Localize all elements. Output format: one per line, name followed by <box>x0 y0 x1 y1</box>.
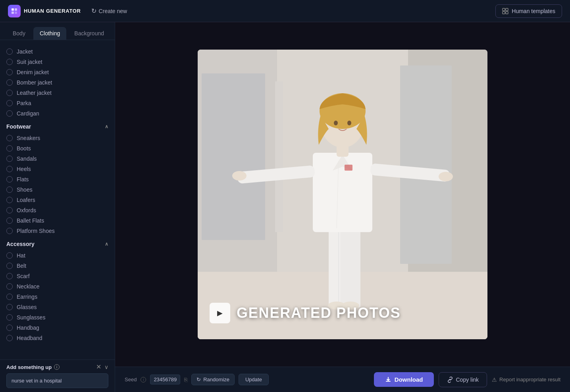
sidebar-tabs: Body Clothing Background <box>0 22 115 40</box>
download-label: Download <box>395 376 423 383</box>
item-label: Sneakers <box>17 135 40 141</box>
list-item[interactable]: Sunglasses <box>0 312 115 323</box>
radio-circle <box>6 335 13 341</box>
seed-info-icon[interactable]: i <box>141 377 146 382</box>
item-label: Headband <box>17 335 42 341</box>
add-bar-title: Add something up i <box>6 364 60 370</box>
generated-photos-text: GENERATED PHOTOS <box>237 305 401 321</box>
item-label: Denim jacket <box>17 69 49 75</box>
download-icon <box>385 377 391 383</box>
seed-copy-icon[interactable]: ⎘ <box>184 377 187 383</box>
item-label: Boots <box>17 145 31 152</box>
footwear-items: Sneakers Boots Sandals Heels Flats <box>0 133 115 236</box>
update-button[interactable]: Update <box>239 374 269 385</box>
human-templates-label: Human templates <box>512 8 555 14</box>
radio-circle <box>6 79 13 86</box>
radio-circle <box>6 252 13 259</box>
list-item[interactable]: Jacket <box>0 46 115 57</box>
list-item[interactable]: Hat <box>0 250 115 261</box>
list-item[interactable]: Necklace <box>0 281 115 292</box>
chevron-up-icon[interactable]: ∧ <box>105 124 108 129</box>
list-item[interactable]: Glasses <box>0 302 115 312</box>
list-item[interactable]: Flats <box>0 174 115 184</box>
list-item[interactable]: Suit jacket <box>0 57 115 67</box>
list-item[interactable]: Sandals <box>0 154 115 164</box>
svg-rect-5 <box>506 8 508 11</box>
list-item[interactable]: Scarf <box>0 271 115 281</box>
radio-circle <box>6 273 13 279</box>
add-bar-title-text: Add something up <box>6 364 52 370</box>
tab-background[interactable]: Background <box>68 27 110 40</box>
randomize-button[interactable]: ↻ Randomize <box>191 374 235 385</box>
seed-area: Seed i 23456789 ⎘ ↻ Randomize Update <box>125 374 269 385</box>
list-item[interactable]: Shoes <box>0 184 115 195</box>
list-item[interactable]: Bomber jacket <box>0 77 115 88</box>
sidebar: Body Clothing Background Jacket Suit jac… <box>0 22 115 392</box>
item-label: Suit jacket <box>17 59 42 65</box>
logo-icon <box>8 5 21 17</box>
list-item[interactable]: Oxfords <box>0 205 115 215</box>
item-label: Loafers <box>17 197 35 203</box>
radio-circle <box>6 186 13 193</box>
chevron-up-icon-accessory[interactable]: ∧ <box>105 241 108 247</box>
item-label: Scarf <box>17 273 30 279</box>
item-label: Sunglasses <box>17 314 45 321</box>
download-button[interactable]: Download <box>374 372 434 387</box>
info-icon[interactable]: i <box>54 364 60 370</box>
svg-rect-18 <box>341 228 360 307</box>
generated-image: ▶ GENERATED PHOTOS <box>198 50 487 339</box>
svg-rect-0 <box>12 8 14 11</box>
report-button[interactable]: ⚠ Report inappropriate result <box>492 377 560 383</box>
add-bar-input[interactable] <box>6 373 108 388</box>
expand-button[interactable]: ∨ <box>104 364 108 370</box>
person-illustration <box>198 50 487 339</box>
image-container: ▶ GENERATED PHOTOS <box>115 22 570 367</box>
list-item[interactable]: Denim jacket <box>0 67 115 77</box>
radio-circle <box>6 314 13 321</box>
warning-icon: ⚠ <box>492 377 497 383</box>
list-item[interactable]: Sneakers <box>0 133 115 143</box>
radio-circle <box>6 325 13 331</box>
radio-circle <box>6 156 13 162</box>
list-item[interactable]: Boots <box>0 143 115 154</box>
item-label: Flats <box>17 176 29 183</box>
list-item[interactable]: Belt <box>0 261 115 271</box>
list-item[interactable]: Parka <box>0 98 115 108</box>
refresh-icon: ↻ <box>91 7 96 15</box>
item-label: Shoes <box>17 186 33 193</box>
list-item[interactable]: Cardigan <box>0 108 115 119</box>
create-new-button[interactable]: ↻ Create new <box>87 5 131 17</box>
item-label: Ballet Flats <box>17 217 44 224</box>
list-item[interactable]: Platform Shoes <box>0 226 115 236</box>
copy-link-button[interactable]: Copy link <box>439 372 487 387</box>
tab-body[interactable]: Body <box>6 27 32 40</box>
list-item[interactable]: Headband <box>0 333 115 343</box>
list-item[interactable]: Handbag <box>0 323 115 333</box>
footwear-section-header: Footwear ∧ <box>0 119 115 133</box>
randomize-label: Randomize <box>203 377 229 382</box>
tab-clothing[interactable]: Clothing <box>33 27 66 40</box>
list-item[interactable]: Loafers <box>0 195 115 205</box>
radio-circle <box>6 283 13 290</box>
item-label: Necklace <box>17 283 40 290</box>
list-item[interactable]: Ballet Flats <box>0 215 115 226</box>
play-button[interactable]: ▶ <box>210 303 230 323</box>
svg-rect-34 <box>345 165 352 171</box>
svg-rect-6 <box>503 12 505 14</box>
add-bar: Add something up i ✕ ∨ <box>0 359 115 392</box>
svg-point-32 <box>347 121 351 125</box>
radio-circle <box>6 135 13 141</box>
list-item[interactable]: Earrings <box>0 292 115 302</box>
item-label: Leather jacket <box>17 90 52 96</box>
radio-circle <box>6 100 13 106</box>
update-label: Update <box>245 377 262 382</box>
list-item[interactable]: Heels <box>0 164 115 174</box>
sidebar-scroll: Jacket Suit jacket Denim jacket Bomber j… <box>0 40 115 359</box>
list-item[interactable]: Leather jacket <box>0 88 115 98</box>
human-templates-button[interactable]: Human templates <box>495 4 562 18</box>
item-label: Heels <box>17 166 31 172</box>
radio-circle <box>6 59 13 65</box>
close-button[interactable]: ✕ <box>96 364 101 370</box>
link-icon <box>447 377 453 383</box>
svg-rect-7 <box>506 12 508 14</box>
